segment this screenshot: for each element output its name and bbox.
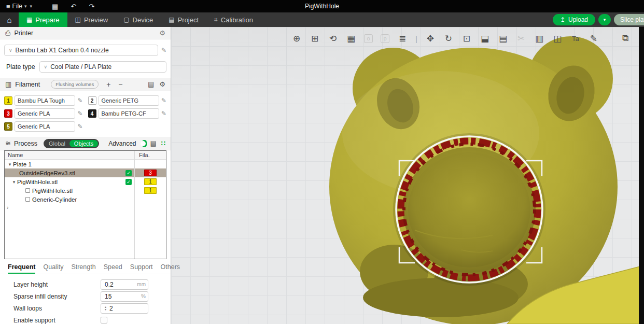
wall-loops-spinner[interactable]: ▴ ▾ 2: [101, 303, 148, 314]
global-objects-toggle[interactable]: Global Objects: [44, 139, 99, 148]
tab-speed[interactable]: Speed: [104, 263, 122, 274]
menu-icon[interactable]: ≡: [6, 3, 10, 10]
tab-preview[interactable]: ◫ Preview: [67, 12, 116, 27]
upload-icon: ↥: [560, 16, 565, 23]
tab-others[interactable]: Others: [161, 263, 180, 274]
slice-plate-button[interactable]: Slice plate: [614, 14, 644, 25]
filament-assignment-chip[interactable]: 3: [144, 170, 157, 176]
3d-viewport[interactable]: ⊕ ⊞ ⟲ ▦ o p ≣ | ✥ ↻ ⊡ ⬓ ▤ ✂ ▥ ◫ Ta ✎ ⧉: [171, 27, 644, 324]
process-section-title: Process: [14, 140, 37, 147]
tab-prepare[interactable]: ▦ Prepare: [19, 12, 67, 27]
tab-quality[interactable]: Quality: [43, 263, 63, 274]
tree-row-generic-cylinder[interactable]: Generic-Cylinder: [5, 195, 166, 204]
filament-assignment-chip[interactable]: 1: [144, 178, 157, 185]
tree-row-outsideedgerev3[interactable]: OutsideEdgeRev3.stl ✓ 3: [5, 168, 166, 177]
filament-settings-gear-icon[interactable]: ⚙: [159, 80, 165, 88]
ams-icon[interactable]: ▤: [148, 80, 154, 88]
filament-color-chip[interactable]: 5: [4, 122, 12, 131]
filament-assignment-chip[interactable]: 1: [144, 187, 157, 194]
process-grid-icon[interactable]: ∷: [161, 139, 165, 147]
add-plate-icon[interactable]: ⊞: [310, 33, 320, 44]
add-object-icon[interactable]: ⊕: [291, 33, 302, 44]
tab-project-label: Project: [178, 16, 199, 24]
object-list-icon[interactable]: ≣: [397, 33, 408, 44]
edit-filament-icon[interactable]: ✎: [161, 110, 166, 117]
tab-frequent[interactable]: Frequent: [8, 263, 35, 274]
tool-p-icon[interactable]: p: [381, 34, 389, 43]
edit-filament-icon[interactable]: ✎: [77, 123, 82, 130]
text-tool-icon[interactable]: Ta: [570, 35, 581, 43]
add-filament-button[interactable]: +: [106, 80, 110, 89]
param-label: Sparse infill density: [13, 293, 101, 300]
tree-row-pigwithhole-part[interactable]: PigWithHole.stl 1: [5, 186, 166, 195]
filament-color-chip[interactable]: 3: [4, 109, 12, 118]
filament-color-chip[interactable]: 4: [88, 109, 96, 118]
edit-printer-icon[interactable]: ✎: [161, 47, 166, 54]
flushing-volumes-button[interactable]: Flushing volumes: [51, 80, 99, 89]
right-edge-strip: [639, 27, 644, 324]
parameter-table-icon[interactable]: ▤: [150, 139, 156, 147]
filament-name-select[interactable]: Bambu PLA Tough: [15, 95, 75, 106]
collapsed-node-icon[interactable]: ›: [5, 204, 166, 210]
paint-icon[interactable]: ✎: [589, 33, 599, 44]
edit-filament-icon[interactable]: ✎: [161, 97, 166, 104]
printer-settings-gear-icon[interactable]: ⚙: [159, 29, 165, 37]
lay-on-face-icon[interactable]: ⬓: [480, 33, 490, 44]
rotate-icon[interactable]: ↻: [443, 33, 454, 44]
undo-icon[interactable]: ↶: [71, 3, 76, 10]
tab-calibration[interactable]: ⌗ Calibration: [206, 12, 261, 27]
upload-dropdown-button[interactable]: ▾: [598, 14, 611, 25]
filament-color-chip[interactable]: 2: [88, 96, 96, 105]
variable-layer-height-icon[interactable]: ▥: [534, 33, 544, 44]
tree-row-label: OutsideEdgeRev3.stl: [19, 170, 75, 176]
scale-icon[interactable]: ⊡: [461, 33, 472, 44]
filament-name-select[interactable]: Generic PLA: [15, 121, 75, 132]
filament-slot-1: 1 Bambu PLA Tough ✎: [4, 95, 83, 106]
filament-color-chip[interactable]: 1: [4, 96, 12, 105]
split-to-objects-icon[interactable]: ◫: [552, 33, 563, 44]
assembly-view-icon[interactable]: ⧉: [620, 33, 631, 44]
expand-icon[interactable]: ▾: [11, 179, 17, 185]
pig-model-render[interactable]: [171, 27, 644, 324]
filament-name-select[interactable]: Generic PETG: [99, 95, 159, 106]
tree-row-plate-1[interactable]: ▾ Plate 1: [5, 160, 166, 168]
save-icon[interactable]: ▤: [52, 3, 58, 10]
filament-name-select[interactable]: Bambu PETG-CF: [99, 108, 159, 119]
split-layers-icon[interactable]: ▤: [498, 33, 508, 44]
expand-icon[interactable]: ▾: [7, 162, 13, 167]
filament-icon: ▥: [5, 80, 11, 88]
cut-icon[interactable]: ✂: [516, 33, 526, 44]
advanced-toggle[interactable]: [142, 140, 147, 147]
pig-body-shadow: [363, 278, 519, 317]
objects-segment[interactable]: Objects: [69, 140, 98, 147]
plate-type-select[interactable]: ∨ Cool Plate / PLA Plate: [39, 61, 166, 73]
printer-section-header: ⎙ Printer ⚙: [0, 27, 171, 39]
tab-support[interactable]: Support: [130, 263, 153, 274]
tab-preview-label: Preview: [84, 16, 108, 24]
global-segment[interactable]: Global: [45, 140, 69, 147]
spinner-down-icon[interactable]: ▾: [105, 308, 106, 311]
filament-name-select[interactable]: Generic PLA: [15, 108, 75, 119]
visibility-checkbox[interactable]: ✓: [125, 179, 132, 185]
file-menu[interactable]: File ▾: [12, 3, 27, 10]
tab-project[interactable]: ▤ Project: [161, 12, 206, 27]
redo-icon[interactable]: ↷: [89, 3, 94, 10]
move-icon[interactable]: ✥: [425, 33, 436, 44]
arrange-icon[interactable]: ▦: [346, 33, 356, 44]
enable-support-checkbox[interactable]: [101, 317, 107, 323]
layer-height-input[interactable]: 0.2 mm: [101, 279, 148, 290]
tree-row-pigwithhole[interactable]: ▾ PigWithHole.stl ✓ 1: [5, 177, 166, 186]
upload-button[interactable]: ↥ Upload: [553, 14, 595, 25]
tab-device[interactable]: ▢ Device: [116, 12, 161, 27]
printer-select[interactable]: ∨ Bambu Lab X1 Carbon 0.4 nozzle: [4, 45, 158, 56]
visibility-checkbox[interactable]: ✓: [125, 170, 132, 176]
sparse-infill-input[interactable]: 15 %: [101, 291, 148, 302]
edit-filament-icon[interactable]: ✎: [77, 97, 82, 104]
tab-strength[interactable]: Strength: [71, 263, 95, 274]
tool-o-icon[interactable]: o: [364, 34, 373, 43]
edit-filament-icon[interactable]: ✎: [77, 110, 82, 117]
remove-filament-button[interactable]: −: [118, 80, 122, 89]
home-button[interactable]: ⌂: [0, 12, 19, 27]
recent-files-dropdown-icon[interactable]: ▾: [30, 4, 32, 9]
auto-orient-icon[interactable]: ⟲: [328, 33, 338, 44]
